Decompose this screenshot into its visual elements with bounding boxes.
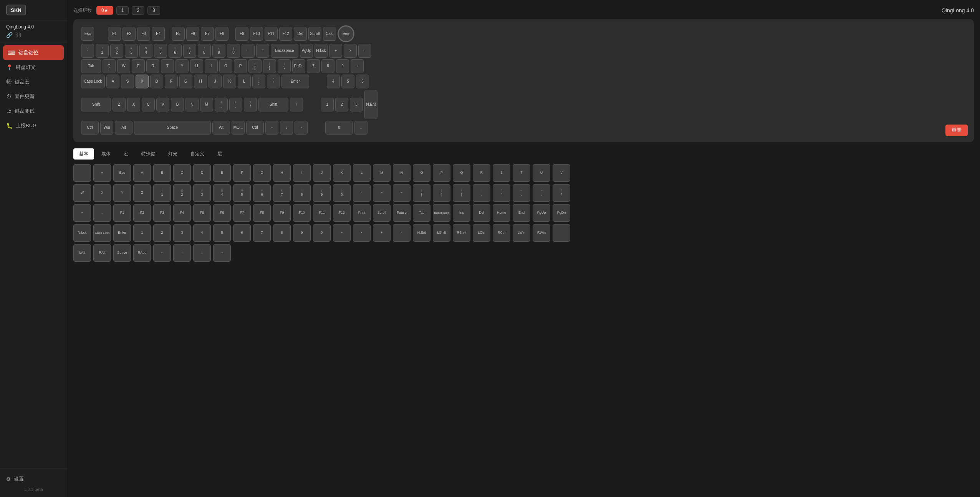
gkey-bslash[interactable]: \| <box>453 184 470 202</box>
gkey-3[interactable]: #3 <box>193 184 211 202</box>
gkey-8[interactable]: *8 <box>293 184 311 202</box>
key-num6[interactable]: 6 <box>356 75 369 88</box>
sidebar-item-keyboard-macro[interactable]: Ⓜ 键盘宏 <box>0 75 67 89</box>
gkey-rapp[interactable]: RApp <box>133 244 151 262</box>
gkey-pause[interactable]: Pause <box>393 204 411 222</box>
gkey-d[interactable]: D <box>193 164 211 182</box>
key-a[interactable]: A <box>106 75 119 88</box>
gkey-numdiv[interactable]: ÷ <box>333 224 351 242</box>
gkey-comma[interactable]: <, <box>513 184 530 202</box>
gkey-num4[interactable]: 4 <box>193 224 211 242</box>
gkey-f9[interactable]: F9 <box>273 204 291 222</box>
reset-button[interactable]: 重置 <box>945 125 968 136</box>
gkey-pgdn[interactable]: PgDn <box>553 204 570 222</box>
key-x2[interactable]: X <box>127 98 140 111</box>
key-del[interactable]: Del <box>294 27 307 41</box>
gkey-nument[interactable]: N.Ent <box>413 224 430 242</box>
gkey-ins[interactable]: Ins <box>453 204 470 222</box>
key-numdot[interactable]: . <box>354 121 368 135</box>
key-scroll[interactable]: Scroll <box>308 27 321 41</box>
gkey-nlck[interactable]: N.Lck <box>73 224 91 242</box>
gkey-print[interactable]: Print <box>353 204 371 222</box>
key-f7[interactable]: F7 <box>201 27 214 41</box>
gkey-lbracket[interactable]: {[ <box>413 184 430 202</box>
key-8[interactable]: *8 <box>198 44 211 58</box>
key-backspace[interactable]: Backspace <box>271 44 298 58</box>
tab-light[interactable]: 灯光 <box>162 148 183 160</box>
key-lbracket[interactable]: {[ <box>248 59 262 73</box>
key-num5[interactable]: 5 <box>341 75 354 88</box>
key-x-selected[interactable]: X <box>136 75 149 88</box>
gkey-home[interactable]: Home <box>493 204 510 222</box>
key-v[interactable]: V <box>156 98 169 111</box>
key-y[interactable]: Y <box>175 59 189 73</box>
gkey-scroll[interactable]: Scroll <box>373 204 391 222</box>
gkey-a[interactable]: A <box>133 164 151 182</box>
gkey-g[interactable]: G <box>253 164 271 182</box>
key-f10[interactable]: F10 <box>250 27 263 41</box>
key-num4[interactable]: 4 <box>327 75 340 88</box>
gkey-m[interactable]: M <box>373 164 391 182</box>
gkey-p[interactable]: P <box>433 164 450 182</box>
tab-layer[interactable]: 层 <box>212 148 228 160</box>
key-d[interactable]: D <box>150 75 163 88</box>
gkey-f6[interactable]: F6 <box>213 204 231 222</box>
layer-btn-1[interactable]: 1 <box>116 6 129 15</box>
gkey-f2[interactable]: F2 <box>133 204 151 222</box>
key-down[interactable]: ↓ <box>280 121 293 135</box>
gkey-adown[interactable]: ↓ <box>193 244 211 262</box>
key-m[interactable]: M <box>200 98 213 111</box>
gkey-f4[interactable]: F4 <box>173 204 191 222</box>
key-rctrl[interactable]: Ctrl <box>246 121 264 135</box>
gkey-t[interactable]: T <box>513 164 530 182</box>
key-num1[interactable]: 1 <box>321 98 334 111</box>
gkey-f1[interactable]: F1 <box>113 204 131 222</box>
gkey-aup[interactable]: ↑ <box>173 244 191 262</box>
key-rshift[interactable]: Shift <box>258 98 288 111</box>
key-mo[interactable]: MO... <box>232 121 245 135</box>
key-c[interactable]: C <box>142 98 155 111</box>
gkey-num8[interactable]: 8 <box>273 224 291 242</box>
key-2[interactable]: @2 <box>110 44 123 58</box>
key-w[interactable]: W <box>117 59 130 73</box>
sidebar-item-keyboard-keys[interactable]: ⌨ 键盘键位 <box>3 45 64 60</box>
tab-custom[interactable]: 自定义 <box>185 148 210 160</box>
gkey-numminus[interactable]: - <box>393 224 411 242</box>
gkey-dot2[interactable]: . <box>93 204 111 222</box>
gkey-i[interactable]: I <box>293 164 311 182</box>
gkey-tab[interactable]: Tab <box>413 204 430 222</box>
gkey-aleft[interactable]: ← <box>153 244 171 262</box>
gkey-w[interactable]: W <box>73 184 91 202</box>
key-tab[interactable]: Tab <box>81 59 101 73</box>
gkey-aright[interactable]: → <box>213 244 231 262</box>
key-nlck[interactable]: N.Lck <box>315 44 328 58</box>
key-0[interactable]: )0 <box>227 44 240 58</box>
gkey-num1[interactable]: 1 <box>133 224 151 242</box>
gkey-b[interactable]: B <box>153 164 171 182</box>
key-equal[interactable]: = <box>256 44 269 58</box>
layer-btn-2[interactable]: 2 <box>132 6 144 15</box>
gkey-num2[interactable]: 2 <box>153 224 171 242</box>
key-semicolon[interactable]: :; <box>252 75 265 88</box>
key-f11[interactable]: F11 <box>265 27 278 41</box>
key-mute[interactable]: Mute <box>338 25 354 42</box>
gkey-f3[interactable]: F3 <box>153 204 171 222</box>
unlink-icon[interactable]: ⛓ <box>16 32 21 38</box>
gkey-tilde[interactable]: ~ <box>393 184 411 202</box>
gkey-v[interactable]: V <box>553 164 570 182</box>
gkey-esc[interactable]: Esc <box>113 164 131 182</box>
gkey-5[interactable]: %5 <box>233 184 251 202</box>
gkey-eq3[interactable]: = <box>73 204 91 222</box>
key-esc[interactable]: Esc <box>81 27 94 41</box>
gkey-empty1[interactable] <box>73 164 91 182</box>
tab-basic[interactable]: 基本 <box>73 148 94 160</box>
key-numplus[interactable]: + <box>351 59 364 73</box>
key-pgdn[interactable]: PgDn <box>292 59 305 73</box>
key-calc[interactable]: Calc <box>323 27 336 41</box>
gkey-y[interactable]: Y <box>113 184 131 202</box>
gkey-numplus[interactable]: + <box>373 224 391 242</box>
key-6[interactable]: ^6 <box>169 44 182 58</box>
key-num0[interactable]: 0 <box>325 121 353 135</box>
key-t[interactable]: T <box>161 59 174 73</box>
gkey-7[interactable]: &7 <box>273 184 291 202</box>
